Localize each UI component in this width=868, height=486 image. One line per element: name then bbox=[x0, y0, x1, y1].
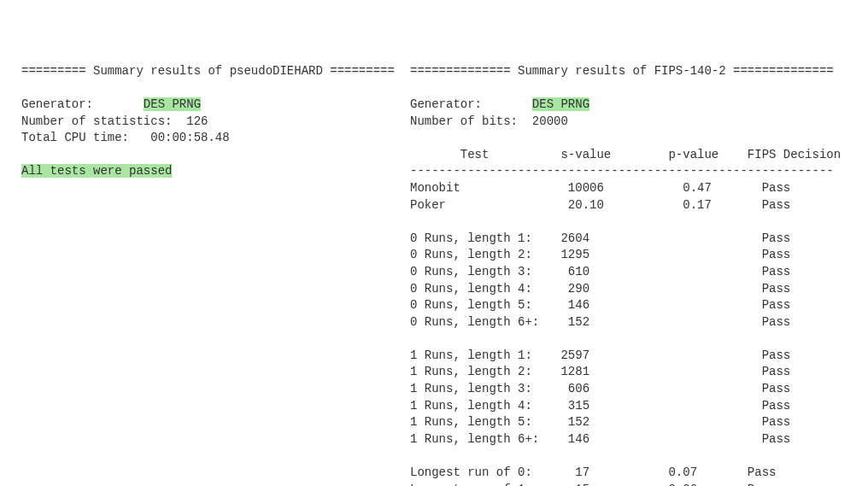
fips-panel: ============== Summary results of FIPS-1… bbox=[410, 63, 847, 486]
left-cpu: Total CPU time: 00:00:58.48 bbox=[21, 131, 230, 144]
right-columns: Test s-value p-value FIPS Decision bbox=[410, 148, 841, 161]
right-generator-label: Generator: bbox=[410, 97, 532, 111]
right-separator: ----------------------------------------… bbox=[410, 164, 834, 178]
left-generator-label: Generator: bbox=[21, 97, 144, 111]
pseudodiehard-panel: ========= Summary results of pseudoDIEHA… bbox=[21, 63, 410, 486]
right-generator-value: DES PRNG bbox=[532, 97, 589, 111]
right-header: ============== Summary results of FIPS-1… bbox=[410, 64, 834, 78]
left-generator-value: DES PRNG bbox=[144, 97, 201, 111]
right-bits: Number of bits: 20000 bbox=[410, 114, 568, 128]
left-passed-msg: All tests were passed bbox=[21, 164, 172, 178]
right-rows: Monobit 10006 0.47 Pass Poker 20.10 0.17… bbox=[410, 181, 790, 486]
left-header: ========= Summary results of pseudoDIEHA… bbox=[21, 64, 395, 78]
left-stats: Number of statistics: 126 bbox=[21, 114, 208, 128]
